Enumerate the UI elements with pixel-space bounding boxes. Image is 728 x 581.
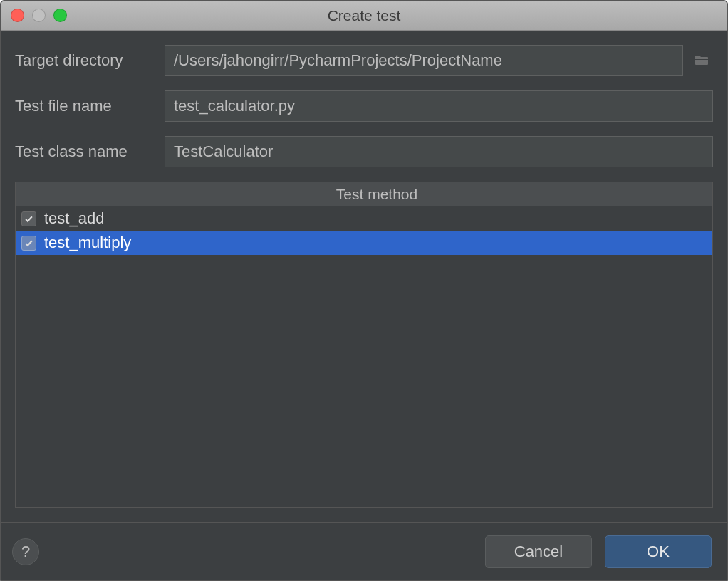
dialog-content: Target directory /Users/jahongirr/Pychar…: [1, 31, 727, 522]
help-icon: ?: [21, 543, 30, 561]
check-icon: [24, 214, 33, 224]
checkbox[interactable]: [21, 211, 36, 226]
test-file-name-label: Test file name: [15, 97, 165, 115]
cancel-button-label: Cancel: [514, 543, 563, 561]
table-cell-check: [16, 236, 41, 251]
table-cell-name: test_multiply: [41, 234, 712, 252]
checkbox[interactable]: [21, 236, 36, 251]
table-cell-check: [16, 211, 41, 226]
table-row[interactable]: test_multiply: [16, 231, 712, 255]
test-class-name-input[interactable]: TestCalculator: [165, 136, 713, 167]
test-class-name-label: Test class name: [15, 142, 165, 161]
target-directory-input[interactable]: /Users/jahongirr/PycharmProjects/Project…: [165, 45, 683, 76]
table-cell-name: test_add: [41, 209, 712, 228]
window-controls: [11, 9, 67, 22]
test-methods-table: Test method test_addtest_multiply: [15, 182, 713, 508]
cancel-button[interactable]: Cancel: [485, 535, 592, 568]
zoom-icon[interactable]: [53, 9, 67, 22]
target-directory-field-wrap: /Users/jahongirr/PycharmProjects/Project…: [165, 45, 713, 76]
test-class-name-row: Test class name TestCalculator: [15, 136, 713, 167]
table-row[interactable]: test_add: [16, 206, 712, 231]
table-header-check-col: [16, 182, 41, 206]
test-file-name-input[interactable]: test_calculator.py: [165, 90, 713, 122]
ok-button[interactable]: OK: [605, 535, 712, 568]
folder-icon[interactable]: [690, 49, 713, 72]
target-directory-row: Target directory /Users/jahongirr/Pychar…: [15, 45, 713, 76]
titlebar: Create test: [1, 1, 727, 31]
window-title: Create test: [1, 7, 727, 24]
minimize-icon[interactable]: [32, 9, 46, 22]
table-body: test_addtest_multiply: [16, 206, 712, 507]
dialog-window: Create test Target directory /Users/jaho…: [0, 0, 728, 581]
table-header-name: Test method: [41, 182, 712, 206]
check-icon: [24, 239, 33, 248]
dialog-footer: ? Cancel OK: [1, 522, 727, 580]
target-directory-label: Target directory: [15, 51, 165, 70]
help-button[interactable]: ?: [12, 538, 39, 565]
test-file-name-row: Test file name test_calculator.py: [15, 90, 713, 122]
close-icon[interactable]: [11, 9, 24, 22]
table-header: Test method: [16, 182, 712, 206]
ok-button-label: OK: [647, 543, 670, 561]
